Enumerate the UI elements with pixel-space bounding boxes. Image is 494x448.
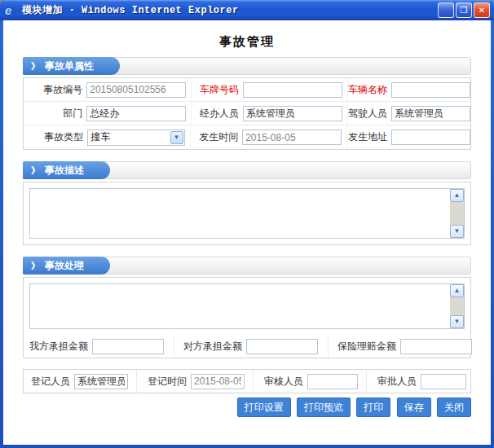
chevron-right-icon: 》 bbox=[31, 260, 40, 272]
occurrence-address-input[interactable] bbox=[391, 130, 470, 145]
registrar-input[interactable] bbox=[74, 374, 128, 389]
accident-type-label: 事故类型 bbox=[27, 125, 87, 149]
internet-explorer-icon: e bbox=[5, 4, 18, 17]
plate-number-input[interactable] bbox=[243, 82, 342, 98]
scroll-up-icon[interactable]: ▲ bbox=[450, 189, 464, 202]
section-tab: 》 事故描述 bbox=[23, 161, 110, 179]
scrollbar[interactable]: ▲ ▼ bbox=[450, 189, 464, 238]
maximize-button[interactable]: ❐ bbox=[456, 2, 472, 18]
occurrence-time-label: 发生时间 bbox=[190, 125, 243, 149]
department-input[interactable] bbox=[86, 106, 186, 121]
approver-input[interactable] bbox=[421, 374, 466, 389]
occurrence-address-label: 发生地址 bbox=[346, 125, 391, 149]
accident-type-select[interactable]: 撞车 ▼ bbox=[87, 130, 184, 146]
accident-number-label: 事故编号 bbox=[27, 78, 86, 101]
insurance-claim-amount-input[interactable] bbox=[400, 339, 472, 354]
accident-number-input[interactable] bbox=[86, 82, 186, 98]
insurance-claim-amount-label: 保险理赔金额 bbox=[335, 340, 400, 354]
our-amount-label: 我方承担金额 bbox=[27, 340, 92, 354]
page-content: 事故管理 》 事故单属性 事故编号 车牌号码 车辆名称 bbox=[3, 20, 491, 445]
scrollbar-track[interactable] bbox=[450, 297, 464, 315]
scroll-up-icon[interactable]: ▲ bbox=[450, 284, 464, 297]
maximize-icon: ❐ bbox=[461, 7, 468, 15]
section-header-accident-handling: 》 事故处理 bbox=[23, 257, 471, 275]
window-title: 模块增加 - Windows Internet Explorer bbox=[22, 3, 436, 17]
amounts-row: 我方承担金额 对方承担金额 保险理赔金额 bbox=[24, 335, 470, 358]
dropdown-arrow-icon[interactable]: ▼ bbox=[170, 131, 183, 144]
minimize-button[interactable]: _ bbox=[438, 2, 454, 18]
vehicle-name-label: 车辆名称 bbox=[347, 78, 391, 101]
form-row-2: 部门 经办人员 驾驶人员 bbox=[24, 102, 470, 125]
scrollbar-track[interactable] bbox=[450, 202, 464, 225]
handler-input[interactable] bbox=[243, 106, 342, 121]
registrar-label: 登记人员 bbox=[27, 375, 74, 389]
other-party-amount-input[interactable] bbox=[246, 339, 318, 354]
accident-description-panel: ▲ ▼ bbox=[23, 182, 471, 245]
section-tab: 》 事故单属性 bbox=[23, 57, 120, 75]
our-amount-input[interactable] bbox=[92, 339, 164, 354]
accident-handling-textarea[interactable] bbox=[29, 283, 465, 329]
section-tab: 》 事故处理 bbox=[23, 257, 110, 275]
close-icon: ✕ bbox=[479, 7, 485, 15]
registration-row: 登记人员 登记时间 审核人员 审批人员 bbox=[24, 370, 470, 393]
driver-input[interactable] bbox=[391, 106, 470, 121]
accident-properties-panel: 事故编号 车牌号码 车辆名称 部门 经办人员 驾驶人员 事故类型 bbox=[23, 77, 471, 150]
print-preview-button[interactable]: 打印预览 bbox=[297, 397, 351, 417]
action-button-bar: 打印设置 打印预览 打印 保存 关闭 bbox=[23, 397, 471, 417]
close-form-button[interactable]: 关闭 bbox=[437, 397, 471, 417]
accident-type-value: 撞车 bbox=[90, 130, 110, 144]
vehicle-name-input[interactable] bbox=[391, 82, 470, 98]
department-label: 部门 bbox=[27, 102, 86, 125]
reviewer-label: 审核人员 bbox=[260, 375, 307, 389]
chevron-right-icon: 》 bbox=[31, 60, 40, 72]
section-header-accident-properties: 》 事故单属性 bbox=[23, 57, 471, 75]
title-bar: e 模块增加 - Windows Internet Explorer _ ❐ ✕ bbox=[0, 0, 494, 20]
page-title: 事故管理 bbox=[3, 34, 491, 50]
occurrence-time-input[interactable] bbox=[242, 130, 342, 145]
handler-label: 经办人员 bbox=[191, 102, 243, 125]
section-header-accident-description: 》 事故描述 bbox=[23, 161, 471, 179]
plate-number-label: 车牌号码 bbox=[191, 78, 243, 101]
form-row-1: 事故编号 车牌号码 车辆名称 bbox=[24, 78, 470, 102]
registration-time-input[interactable] bbox=[191, 374, 245, 389]
browser-window: e 模块增加 - Windows Internet Explorer _ ❐ ✕… bbox=[0, 0, 494, 448]
driver-label: 驾驶人员 bbox=[347, 102, 391, 125]
other-party-amount-label: 对方承担金额 bbox=[181, 340, 246, 354]
scroll-down-icon[interactable]: ▼ bbox=[450, 315, 464, 328]
save-button[interactable]: 保存 bbox=[397, 397, 431, 417]
accident-description-textarea[interactable] bbox=[29, 188, 465, 239]
reviewer-input[interactable] bbox=[307, 374, 358, 389]
section-title: 事故描述 bbox=[45, 164, 84, 178]
approver-label: 审批人员 bbox=[373, 375, 421, 389]
registration-panel: 登记人员 登记时间 审核人员 审批人员 bbox=[23, 369, 471, 393]
scrollbar[interactable]: ▲ ▼ bbox=[450, 284, 464, 328]
accident-handling-panel: ▲ ▼ 我方承担金额 对方承担金额 保险理赔金额 bbox=[23, 277, 471, 358]
registration-time-label: 登记时间 bbox=[143, 375, 191, 389]
close-button[interactable]: ✕ bbox=[474, 2, 490, 18]
chevron-right-icon: 》 bbox=[31, 165, 40, 177]
scroll-down-icon[interactable]: ▼ bbox=[450, 225, 464, 238]
print-button[interactable]: 打印 bbox=[356, 397, 390, 417]
minimize-icon: _ bbox=[443, 10, 448, 18]
section-title: 事故单属性 bbox=[45, 59, 94, 73]
print-settings-button[interactable]: 打印设置 bbox=[237, 397, 291, 417]
section-title: 事故处理 bbox=[45, 259, 84, 273]
form-row-3: 事故类型 撞车 ▼ 发生时间 发生地址 bbox=[24, 125, 470, 149]
